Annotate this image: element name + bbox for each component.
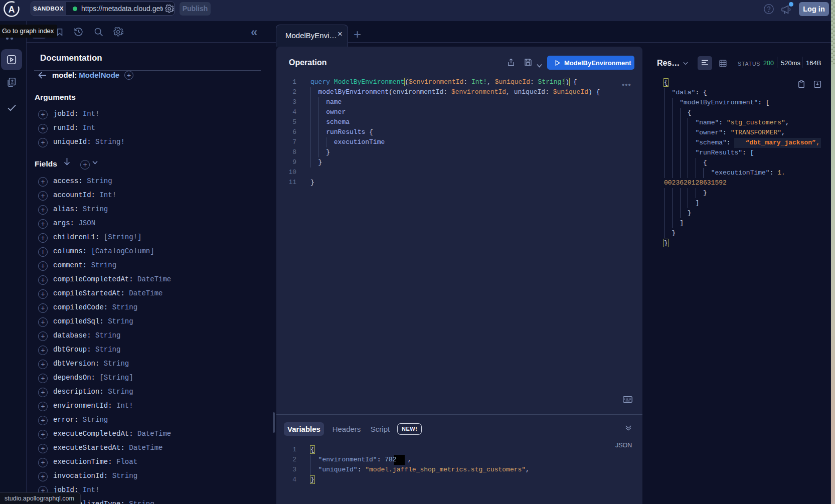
svg-text:A: A	[9, 5, 15, 15]
